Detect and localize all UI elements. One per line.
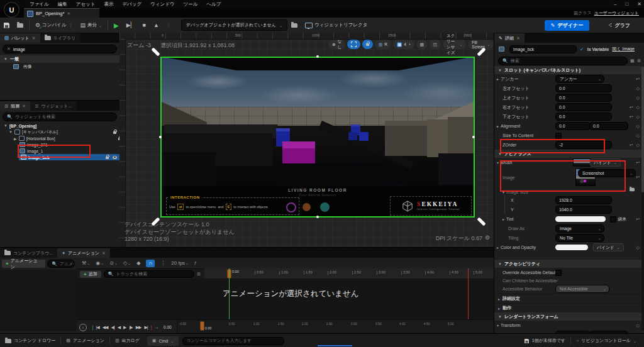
section-accessibility[interactable]: ▼アクセシビリティ [494, 260, 644, 268]
tab-close-icon[interactable]: ✕ [22, 104, 26, 109]
details-scrollbar-thumb[interactable] [641, 67, 644, 192]
play-forward-icon[interactable]: ▶ [122, 325, 128, 330]
menu-file[interactable]: ファイル [25, 1, 53, 8]
alignment-x-input[interactable]: 0.0 [555, 122, 591, 130]
tab-details[interactable]: ✎ 詳細✕ [494, 33, 525, 43]
tint-color-swatch[interactable] [555, 216, 606, 222]
cmd-dropdown[interactable]: ▣ Cmd⌄ [147, 336, 179, 346]
default-diamond-icon[interactable]: ◇ [636, 245, 640, 250]
track-search-input[interactable]: 🔍 トラックを検索 [104, 270, 194, 278]
accessible-behavior-dropdown[interactable]: Not Accessible⌄ [555, 285, 609, 293]
tree-item-image-271[interactable]: Image_271 [0, 141, 138, 148]
compile-options-icon[interactable]: ⋮ [68, 23, 72, 28]
color-opacity-swatch[interactable] [555, 245, 588, 250]
tint-inherit-checkbox[interactable] [610, 216, 616, 223]
lock-widgets-toggle[interactable] [362, 40, 373, 49]
tree-item-bp-opening[interactable]: ▼[BP_Opening] [0, 123, 123, 129]
details-search-input[interactable]: 🔍 検索 [498, 57, 628, 65]
property-matrix-icon[interactable]: ▦ [630, 58, 635, 63]
lock-icon[interactable] [113, 131, 116, 134]
default-diamond-icon[interactable]: ◇ [636, 86, 640, 91]
flip-preview-button[interactable]: ◫ [430, 40, 441, 49]
maximize-icon[interactable]: □ [625, 1, 628, 7]
menu-window[interactable]: ウィンドウ [146, 1, 179, 8]
default-diamond-icon[interactable]: ◇ [636, 96, 640, 101]
default-diamond-icon[interactable]: ◇ [636, 105, 640, 110]
menu-view[interactable]: 表示 [99, 1, 118, 8]
tab-animations[interactable]: ✦ アニメーション✕ [57, 248, 110, 258]
camera-options-icon[interactable]: ⊙⌄ [109, 260, 118, 266]
dpi-settings-gear-icon[interactable]: ⚙ [485, 234, 490, 241]
section-behavior[interactable]: ▸動作 [494, 303, 644, 312]
tiling-dropdown[interactable]: No Tile⌄ [555, 234, 604, 242]
loop-mode-icon[interactable]: → [153, 325, 160, 329]
stop-button[interactable]: ■ [139, 19, 150, 31]
fps-dropdown[interactable]: 20 fps⌄ [171, 260, 189, 266]
parent-class-link[interactable]: ユーザーウィジェット [594, 10, 639, 16]
output-log-button[interactable]: ▥ 出力ログ [110, 334, 145, 347]
add-animation-button[interactable]: +アニメーション [2, 260, 45, 268]
menu-asset[interactable]: アセット [72, 1, 100, 8]
debug-object-dropdown[interactable]: デバッグオブジェクトが選択されていません ⌄ [181, 19, 287, 31]
reset-icon[interactable]: ↩ [630, 143, 633, 148]
next-key-icon[interactable]: ▶▶ [134, 325, 143, 330]
alignment-y-input[interactable]: 0.0 [589, 122, 628, 130]
auto-key-icon[interactable]: ◆ [136, 260, 140, 266]
tree-item-horizontal-box[interactable]: ▶ [Horizontal Box] [0, 135, 133, 141]
minimize-icon[interactable]: – [614, 1, 616, 7]
anchor-dropdown[interactable]: アンカー⌄ [555, 75, 604, 83]
keyframe-options-icon[interactable]: ◇⌄ [123, 260, 131, 266]
open-image-link[interactable]: 開く Image [612, 46, 635, 52]
tree-item-image-bck[interactable]: Image_bck [19, 154, 121, 160]
widget-name-input[interactable]: Image_bck [509, 45, 577, 53]
tab-close-icon[interactable]: ✕ [516, 36, 520, 41]
go-to-start-icon[interactable]: |◀ [94, 325, 101, 330]
play-button[interactable]: ▶ [110, 19, 123, 31]
default-diamond-icon[interactable]: ◇ [636, 143, 640, 148]
view-options-icon[interactable]: ◉⌄ [96, 260, 104, 266]
can-children-accessible-checkbox[interactable]: ✓ [555, 278, 560, 284]
range-ruler[interactable]: -0.50 0.50 1.00 1.50 2.00 2.50 3.00 3.50… [177, 320, 494, 334]
tree-item-canvas-panel[interactable]: ▼ [キャンバスパネル] [0, 129, 128, 135]
draw-as-dropdown[interactable]: Image⌄ [555, 224, 604, 233]
screen-size-dropdown[interactable]: スクリーンサイズ⌄ [443, 40, 466, 49]
selected-image-widget[interactable]: LIVING ROOM FLOOR Floor Material Selecti… [160, 57, 475, 218]
graph-mode-button[interactable]: ⠪ グラフ [603, 20, 635, 31]
play-options-icon[interactable]: ⋮ [163, 19, 175, 31]
eject-button[interactable]: ▲ [150, 19, 163, 31]
grid-snap-button[interactable]: ▦ 4 ◔ [393, 40, 414, 49]
tab-bp-opening[interactable]: BP_Opening* ✕ [24, 8, 99, 18]
reset-icon[interactable]: ↩ [636, 175, 640, 180]
tab-content-browser[interactable]: コンテンツブラウ... [0, 248, 57, 258]
prev-key-icon[interactable]: ◀◀ [101, 325, 109, 330]
image-size-y-input[interactable]: 1040.0 [555, 206, 612, 214]
animation-drawer-button[interactable]: ▤ アニメーション [61, 334, 109, 347]
reset-icon[interactable]: ↩ [636, 77, 640, 82]
hierarchy-search-input[interactable]: 🔍 ウィジェットを検索 [3, 113, 117, 121]
tree-item-image-1[interactable]: Image_1 [0, 148, 138, 154]
zorder-input[interactable]: -2 [555, 141, 612, 149]
timeline-body[interactable]: アニメーションが選択されていません [77, 278, 494, 319]
step-back-icon[interactable]: ◀| [109, 325, 116, 330]
palette-search-input[interactable]: ✕ image [3, 45, 117, 53]
visibility-icon[interactable] [113, 156, 117, 159]
compile-button[interactable]: ⚙ コンパイル ⋮ [31, 19, 76, 31]
reset-icon[interactable]: ↩ [630, 114, 633, 119]
debug-browse-button[interactable] [287, 19, 301, 31]
palette-section-general[interactable]: ▼一般 [0, 55, 119, 63]
image-asset-dropdown[interactable]: Screenshot⌄ [578, 169, 636, 177]
step-forward-icon[interactable]: |▶ [128, 325, 134, 330]
default-diamond-icon[interactable]: ◇ [636, 124, 640, 129]
lock-icon[interactable] [106, 157, 109, 159]
close-icon[interactable]: ✕ [637, 1, 641, 7]
content-drawer-button[interactable]: コンテンツ ドロワー [0, 334, 60, 347]
tab-widget-tree[interactable]: ☰ ウィジェット... [30, 101, 76, 111]
preview-background-button[interactable]: ▨ [416, 40, 428, 49]
snap-options-icon[interactable]: ⋮ [160, 260, 165, 266]
override-accessible-checkbox[interactable] [555, 270, 562, 276]
console-command-input[interactable]: コンソールコマンドを入力します [182, 337, 284, 345]
offset-bottom-input[interactable]: 0.0 [555, 113, 612, 121]
menu-tools[interactable]: ツール [179, 1, 203, 8]
clear-search-icon[interactable]: ✕ [7, 47, 11, 52]
use-selected-icon[interactable]: ◎ [580, 179, 584, 184]
